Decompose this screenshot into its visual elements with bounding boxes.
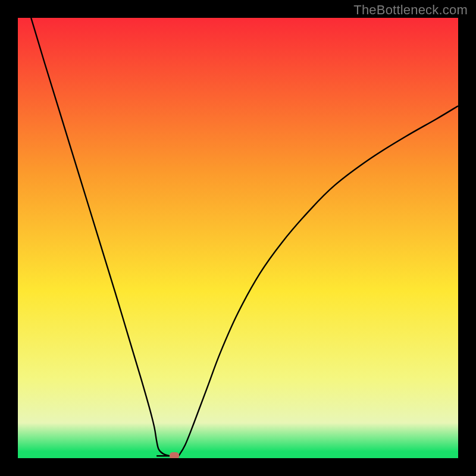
- bottleneck-curve-layer: [18, 18, 458, 458]
- chart-frame: TheBottleneck.com: [0, 0, 476, 476]
- plot-area: [18, 18, 458, 458]
- optimal-point-marker: [170, 452, 179, 458]
- attribution-text: TheBottleneck.com: [353, 2, 468, 18]
- bottleneck-curve: [31, 18, 458, 457]
